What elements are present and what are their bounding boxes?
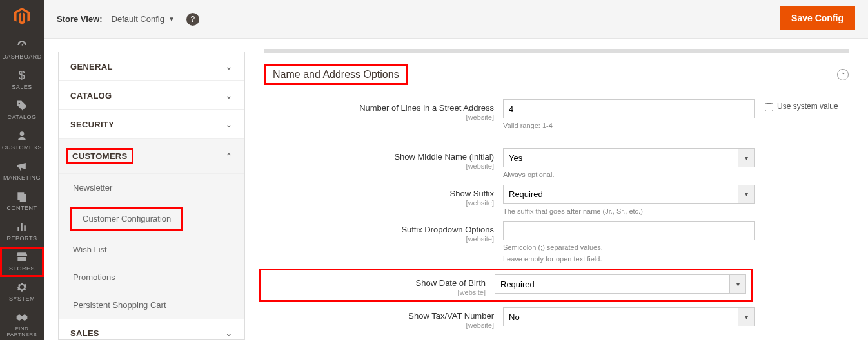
taxvat-select[interactable] bbox=[503, 307, 755, 326]
field-suffix-options: Suffix Dropdown Options [website] Semico… bbox=[264, 221, 849, 264]
storeview-select[interactable]: Default Config ▼ bbox=[112, 14, 175, 24]
pages-icon bbox=[15, 190, 28, 203]
field-scope: [website] bbox=[264, 235, 494, 243]
config-section-sales[interactable]: SALES ⌄ bbox=[59, 319, 244, 340]
config-content: Name and Address Options ⌃ Number of Lin… bbox=[245, 39, 868, 340]
field-middle-name: Show Middle Name (initial) [website] ▾ A… bbox=[264, 148, 849, 179]
bars-icon bbox=[15, 220, 28, 233]
config-customers-subsection: Newsletter Customer Configuration Wish L… bbox=[59, 174, 244, 319]
field-street-lines: Number of Lines in a Street Address [web… bbox=[264, 99, 849, 130]
field-label: Show Date of Birth bbox=[416, 278, 486, 288]
config-item-wish-list[interactable]: Wish List bbox=[59, 236, 244, 263]
nav-find-partners[interactable]: FIND PARTNERS bbox=[0, 307, 44, 340]
field-scope: [website] bbox=[264, 162, 494, 170]
nav-label: CUSTOMERS bbox=[2, 144, 42, 151]
dropdown-arrow-icon[interactable]: ▾ bbox=[729, 274, 746, 294]
field-note: Always optional. bbox=[503, 170, 755, 179]
chevron-down-icon: ⌄ bbox=[225, 61, 233, 71]
nav-label: MARKETING bbox=[3, 175, 41, 181]
config-section-general[interactable]: GENERAL ⌄ bbox=[59, 52, 244, 81]
field-dob: Show Date of Birth [website] ▾ bbox=[264, 269, 849, 302]
nav-dashboard[interactable]: DASHBOARD bbox=[0, 35, 44, 65]
field-scope: [website] bbox=[264, 321, 494, 329]
nav-label: REPORTS bbox=[7, 235, 37, 241]
storeview-value: Default Config bbox=[112, 14, 164, 24]
config-item-newsletter[interactable]: Newsletter bbox=[59, 174, 244, 202]
dollar-icon: $ bbox=[15, 69, 28, 82]
nav-customers[interactable]: CUSTOMERS bbox=[0, 126, 44, 156]
topbar: Store View: Default Config ▼ ? Save Conf… bbox=[44, 0, 868, 39]
config-section-customers[interactable]: CUSTOMERS ⌃ bbox=[59, 139, 244, 174]
main-area: Store View: Default Config ▼ ? Save Conf… bbox=[44, 0, 868, 340]
nav-stores[interactable]: STORES bbox=[0, 247, 44, 277]
suffix-select[interactable] bbox=[503, 185, 755, 204]
field-taxvat: Show Tax/VAT Number [website] ▾ bbox=[264, 307, 849, 329]
gauge-icon bbox=[15, 39, 28, 52]
dropdown-arrow-icon[interactable]: ▾ bbox=[738, 185, 755, 204]
nav-marketing[interactable]: MARKETING bbox=[0, 156, 44, 186]
dob-select[interactable] bbox=[495, 274, 746, 294]
megaphone-icon bbox=[15, 160, 28, 173]
config-section-security[interactable]: SECURITY ⌄ bbox=[59, 110, 244, 139]
config-section-label: SECURITY bbox=[70, 120, 114, 129]
nav-label: STORES bbox=[9, 265, 35, 272]
dropdown-arrow-icon[interactable]: ▾ bbox=[738, 148, 755, 167]
help-icon[interactable]: ? bbox=[186, 13, 199, 26]
admin-sidenav: DASHBOARD $ SALES CATALOG CUSTOMERS MARK… bbox=[0, 0, 44, 340]
progress-bar bbox=[264, 49, 849, 53]
config-section-catalog[interactable]: CATALOG ⌄ bbox=[59, 81, 244, 110]
config-nav: GENERAL ⌄ CATALOG ⌄ SECURITY ⌄ CUSTOMERS… bbox=[58, 52, 245, 340]
nav-system[interactable]: SYSTEM bbox=[0, 277, 44, 307]
nav-reports[interactable]: REPORTS bbox=[0, 216, 44, 247]
street-lines-input[interactable] bbox=[503, 99, 755, 118]
config-item-customer-config[interactable]: Customer Configuration bbox=[70, 207, 183, 231]
gear-icon bbox=[15, 281, 28, 294]
section-title: Name and Address Options bbox=[264, 64, 408, 85]
field-scope: [website] bbox=[264, 199, 494, 207]
nav-sales[interactable]: $ SALES bbox=[0, 65, 44, 95]
tag-icon bbox=[15, 99, 28, 112]
config-section-label: CATALOG bbox=[70, 91, 112, 100]
nav-content[interactable]: CONTENT bbox=[0, 186, 44, 216]
config-section-label: SALES bbox=[70, 328, 99, 338]
field-scope: [website] bbox=[264, 113, 494, 121]
field-note: Semicolon (;) separated values. bbox=[503, 243, 755, 252]
nav-label: DASHBOARD bbox=[2, 53, 42, 60]
save-config-button[interactable]: Save Config bbox=[780, 6, 855, 30]
nav-catalog[interactable]: CATALOG bbox=[0, 95, 44, 126]
field-note: Leave empty for open text field. bbox=[503, 254, 755, 263]
chevron-down-icon: ⌄ bbox=[225, 90, 233, 100]
collapse-toggle[interactable]: ⌃ bbox=[837, 69, 849, 80]
dropdown-arrow-icon[interactable]: ▾ bbox=[738, 307, 755, 326]
middle-name-select[interactable] bbox=[503, 148, 755, 167]
use-system-checkbox[interactable] bbox=[765, 103, 773, 111]
field-note: The suffix that goes after name (Jr., Sr… bbox=[503, 207, 755, 216]
suffix-options-input[interactable] bbox=[503, 221, 755, 240]
field-suffix: Show Suffix [website] ▾ The suffix that … bbox=[264, 185, 849, 216]
person-icon bbox=[15, 129, 28, 142]
nav-label: SALES bbox=[12, 84, 32, 90]
caret-down-icon: ▼ bbox=[168, 15, 175, 23]
nav-label: CONTENT bbox=[7, 205, 37, 211]
config-item-persistent[interactable]: Persistent Shopping Cart bbox=[59, 291, 244, 319]
nav-label: CATALOG bbox=[7, 114, 36, 120]
chevron-down-icon: ⌄ bbox=[225, 328, 233, 338]
store-icon bbox=[15, 250, 28, 263]
use-system-wrap: Use system value bbox=[755, 99, 838, 111]
chevron-down-icon: ⌄ bbox=[225, 119, 233, 129]
magento-logo bbox=[12, 6, 32, 26]
use-system-label: Use system value bbox=[777, 102, 838, 111]
config-item-promotions[interactable]: Promotions bbox=[59, 263, 244, 291]
section-header: Name and Address Options ⌃ bbox=[264, 64, 849, 85]
field-scope: [website] bbox=[261, 288, 486, 296]
field-label: Number of Lines in a Street Address bbox=[359, 103, 494, 113]
handshake-icon bbox=[15, 311, 28, 324]
chevron-up-icon: ⌃ bbox=[840, 71, 845, 79]
field-label: Suffix Dropdown Options bbox=[401, 225, 494, 234]
nav-label: FIND PARTNERS bbox=[0, 326, 44, 337]
body: GENERAL ⌄ CATALOG ⌄ SECURITY ⌄ CUSTOMERS… bbox=[44, 39, 868, 340]
field-label: Show Tax/VAT Number bbox=[408, 311, 494, 321]
config-section-label: GENERAL bbox=[70, 62, 113, 71]
field-note: Valid range: 1-4 bbox=[503, 121, 755, 130]
field-label: Show Middle Name (initial) bbox=[394, 152, 494, 162]
